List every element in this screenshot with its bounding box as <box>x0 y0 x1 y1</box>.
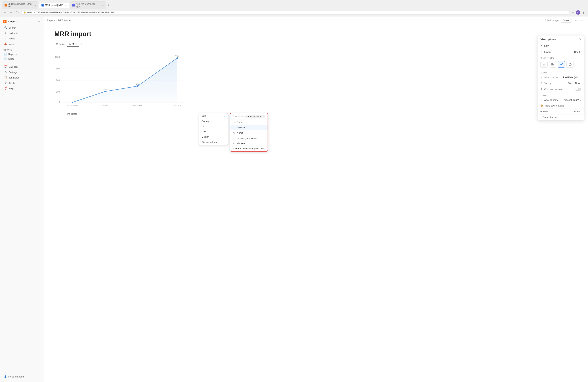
panel-row-x-what-to-show[interactable]: ↙ What to show Paid Date (Mo... › <box>538 75 584 80</box>
id-value-icon: ≡ <box>232 142 235 145</box>
tab-close-1[interactable]: ✕ <box>34 4 36 6</box>
sidebar-item-settings[interactable]: ⚙ Settings <box>1 70 42 75</box>
agg-item-max[interactable]: Max <box>199 129 228 134</box>
sort-icon: ⇅ <box>540 82 542 84</box>
tab-mrr[interactable]: ⊙ MRR <box>67 42 79 47</box>
tab-title-2: MRR import | MRR <box>45 4 63 6</box>
panel-close-button[interactable]: ✕ <box>579 38 581 41</box>
amount-paid-icon: ≡ <box>232 137 235 139</box>
browser-menu-button[interactable]: ⋮ <box>581 10 586 15</box>
svg-text:300: 300 <box>56 91 60 93</box>
wts-item-count[interactable]: 123 Count <box>230 120 268 125</box>
wts-item-status-transitions[interactable]: ≡ status_transitions.paid_at.v... <box>230 146 268 151</box>
x-sort-by-value[interactable]: Old → New › <box>568 82 581 84</box>
y-what-to-show-label: ↙ What to show <box>540 98 558 101</box>
agg-item-sum[interactable]: Sum ✓ <box>199 113 228 118</box>
sidebar-page-reports[interactable]: 📄 Reports <box>1 52 42 56</box>
agg-item-distinct[interactable]: Distinct values <box>199 139 228 145</box>
layout-value[interactable]: Chart › <box>574 51 581 53</box>
panel-row-omit-zero[interactable]: 👁 Omit zero values <box>538 86 584 93</box>
workspace-selector[interactable]: S Stripe ⌄ <box>3 20 18 23</box>
browser-tab-3[interactable]: N Note API Connector – App ✕ <box>70 1 106 9</box>
name-icon: Aa <box>232 132 235 134</box>
refresh-button[interactable]: ↻ <box>15 10 20 15</box>
view-name-label: ⏱ MRR <box>540 45 550 48</box>
x-sort-by-label: ⇅ Sort by <box>540 82 551 84</box>
view-tabs: ⊞ Table ⊙ MRR + <box>54 41 83 47</box>
browser-chrome: S Update an invoice | Stripe AP... ✕ M M… <box>0 0 588 17</box>
chart-type-pie[interactable] <box>567 61 574 68</box>
svg-point-15 <box>72 102 73 103</box>
omit-zero-toggle[interactable] <box>575 88 581 91</box>
sidebar-item-notion-ai[interactable]: ✦ Notion AI <box>1 31 42 36</box>
tab-close-3[interactable]: ✕ <box>102 4 104 6</box>
topbar: Reports / MRR import Edited 2m ago Share… <box>43 17 588 24</box>
invite-icon: 👤 <box>4 375 7 378</box>
tab-list-chevron[interactable]: ⌄ <box>584 4 586 7</box>
y-what-to-show-value[interactable]: Amount (Sum) ⌄ <box>564 98 581 101</box>
address-bar[interactable]: 🔒 notion.so/19fce380694c80828f71c5104df9… <box>21 10 569 15</box>
wts-item-amount-paid[interactable]: ≡ amount_paid.value <box>230 135 268 141</box>
svg-text:0: 0 <box>59 101 60 103</box>
panel-row-filter[interactable]: ≡ Filter None › <box>538 109 584 115</box>
new-page-button[interactable]: ✏ <box>37 19 41 24</box>
svg-rect-23 <box>543 64 544 66</box>
page-content: MRR import ⊞ Table ⊙ MRR + ≡ ⋯ <box>43 24 588 382</box>
wts-item-id-value[interactable]: ≡ id.value <box>230 141 268 146</box>
sidebar-item-label: Inbox <box>9 43 15 45</box>
share-button[interactable]: Share <box>561 18 572 23</box>
add-view-button[interactable]: + <box>80 41 83 46</box>
invite-members-button[interactable]: 👤 Invite members <box>1 374 42 379</box>
sidebar-item-calendar[interactable]: 📅 Calendar <box>1 64 42 69</box>
info-icon[interactable]: ℹ <box>580 45 581 48</box>
sidebar-item-help[interactable]: ❓ Help <box>1 86 42 91</box>
sidebar-page-label: Reports <box>8 53 17 56</box>
breadcrumb-parent[interactable]: Reports <box>47 19 55 22</box>
filter-value[interactable]: None › <box>574 110 581 113</box>
browser-tab-1[interactable]: S Update an invoice | Stripe AP... ✕ <box>2 1 38 9</box>
page-icon-reports: 📄 <box>4 53 7 56</box>
wts-item-name[interactable]: Aa Name <box>230 130 268 135</box>
filter-label: ≡ Filter <box>540 110 548 113</box>
panel-row-layout[interactable]: ⏱ Layout Chart › <box>538 49 584 55</box>
agg-item-average[interactable]: Average <box>199 118 228 124</box>
sum-checkmark: ✓ <box>224 115 226 117</box>
chart-type-bar-horizontal[interactable] <box>549 61 556 68</box>
toggle-knob <box>576 88 578 90</box>
wts-chevron: ⌄ <box>262 115 264 118</box>
panel-row-x-sort-by[interactable]: ⇅ Sort by Old → New › <box>538 80 584 86</box>
forward-button[interactable]: → <box>9 10 14 15</box>
sidebar-page-stripe[interactable]: 📄 Stripe <box>1 57 42 61</box>
wts-selected-value[interactable]: Amount (Sum) ⌄ <box>246 115 265 118</box>
sidebar-item-trash[interactable]: 🗑 Trash <box>1 80 42 86</box>
more-options-button[interactable]: ⋯ <box>580 18 584 23</box>
browser-tab-2[interactable]: M MRR import | MRR ✕ <box>39 3 69 8</box>
tab-close-2[interactable]: ✕ <box>65 4 67 6</box>
add-tab-button[interactable]: + <box>107 3 110 8</box>
panel-row-view-name[interactable]: ⏱ MRR ℹ <box>538 43 584 49</box>
sidebar-item-search[interactable]: 🔍 Search <box>1 25 42 30</box>
agg-item-min[interactable]: Min <box>199 124 228 129</box>
tab-table[interactable]: ⊞ Table <box>54 42 66 47</box>
home-icon: ⌂ <box>4 37 7 40</box>
panel-row-y-what-to-show[interactable]: ↙ What to show Amount (Sum) ⌄ <box>538 97 584 103</box>
panel-row-more-style[interactable]: 🎨 More style options <box>538 103 584 109</box>
workspace-chevron: ⌄ <box>16 20 18 23</box>
sidebar-item-templates[interactable]: 📋 Templates <box>1 75 42 80</box>
favorite-button[interactable]: ☆ <box>574 18 578 23</box>
bookmark-button[interactable]: ☆ <box>571 10 575 15</box>
sidebar-item-home[interactable]: ⌂ Home <box>1 36 42 41</box>
user-avatar: m <box>576 10 580 15</box>
save-chart-chevron: › <box>581 116 581 119</box>
layout-label: ⏱ Layout <box>540 51 551 53</box>
x-what-to-show-value[interactable]: Paid Date (Mo... › <box>563 76 581 79</box>
sidebar-item-inbox[interactable]: 📥 Inbox <box>1 41 42 46</box>
wts-item-amount[interactable]: Σ Amount › <box>230 125 268 130</box>
chart-type-bar[interactable] <box>540 61 548 68</box>
back-button[interactable]: ← <box>2 10 7 15</box>
topbar-actions: Edited 2m ago Share ☆ ⋯ <box>545 18 584 23</box>
svg-text:1181: 1181 <box>175 55 180 57</box>
panel-row-save-chart[interactable]: ↓ Save chart as... › <box>538 115 584 120</box>
agg-item-median[interactable]: Median <box>199 134 228 139</box>
chart-type-line[interactable] <box>558 61 565 68</box>
